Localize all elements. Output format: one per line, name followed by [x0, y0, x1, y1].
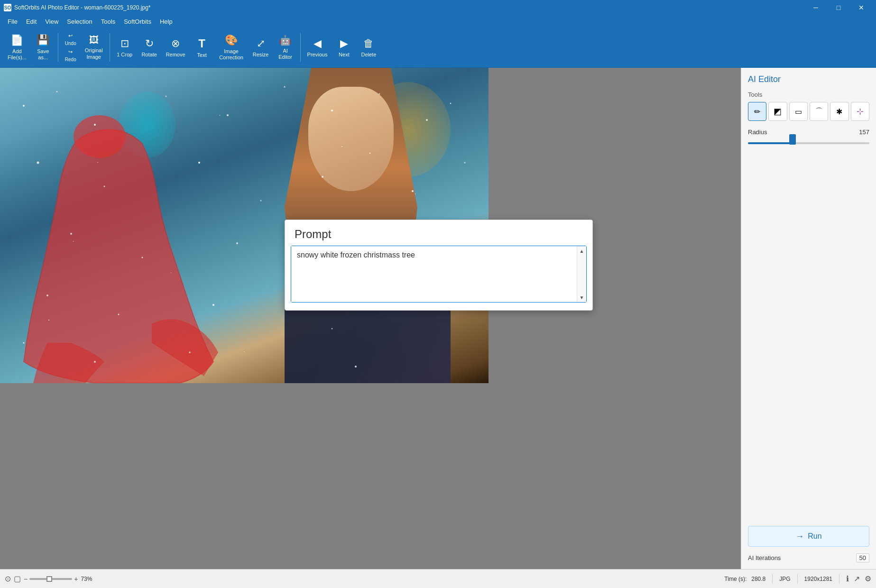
delete-button[interactable]: 🗑 Delete [357, 30, 380, 65]
undo-label: Undo [65, 41, 76, 46]
image-correction-label: ImageCorrection [219, 48, 243, 61]
prompt-scrollbar: ▲ ▼ [577, 246, 586, 302]
radius-slider-fill [748, 142, 791, 144]
statusbar: ⊙ ▢ − + 73% Time (s): 280.8 JPG 1920x128… [0, 569, 876, 588]
sep3 [300, 33, 301, 62]
canvas-area[interactable]: Prompt snowy white frozen christmass tre… [0, 68, 741, 569]
menu-help[interactable]: Help [156, 17, 176, 26]
undo-button[interactable]: ↩ Undo [61, 32, 80, 47]
menu-softorbits[interactable]: SoftOrbits [120, 17, 155, 26]
radius-row: Radius 157 [748, 129, 869, 136]
menu-selection[interactable]: Selection [63, 17, 96, 26]
status-sep2 [797, 574, 798, 584]
time-value: 280.8 [751, 576, 765, 582]
ai-panel: AI Editor Tools ✏ ◩ ▭ ⌒ ✱ [741, 68, 876, 569]
text-button[interactable]: T Text [190, 30, 214, 65]
run-label: Run [808, 532, 821, 541]
ai-iterations-row: AI Iterations 50 [748, 553, 869, 562]
ai-tool-brush[interactable]: ✏ [748, 102, 766, 121]
radius-slider-wrap[interactable] [748, 138, 869, 148]
svg-point-10 [450, 103, 452, 104]
lasso-icon: ⌒ [815, 107, 823, 117]
zoom-slider-thumb[interactable] [46, 576, 52, 582]
svg-point-14 [260, 200, 262, 202]
format-value: JPG [779, 576, 790, 582]
svg-point-27 [212, 304, 214, 306]
save-as-button[interactable]: 💾 Saveas... [31, 30, 55, 65]
redo-icon: ↪ [68, 49, 73, 55]
original-image-label: OriginalImage [85, 47, 103, 60]
eraser-icon: ◩ [774, 106, 782, 117]
ai-editor-icon: 🤖 [279, 35, 291, 46]
statusbar-left: ⊙ ▢ − + 73% [5, 574, 720, 583]
redo-label: Redo [65, 57, 76, 62]
svg-point-17 [412, 190, 414, 192]
ai-tool-pointer[interactable]: ✱ [830, 102, 848, 121]
resize-button[interactable]: ⤢ Resize [249, 30, 273, 65]
prompt-input[interactable]: snowy white frozen christmass tree [291, 246, 577, 302]
svg-point-11 [37, 162, 39, 164]
add-file-button[interactable]: 📄 AddFile(s)... [4, 30, 30, 65]
scroll-up-button[interactable]: ▲ [577, 246, 587, 256]
text-label: Text [197, 52, 207, 58]
titlebar-controls: ─ □ ✕ [805, 0, 872, 15]
svg-point-16 [369, 153, 371, 154]
main-layout: Prompt snowy white frozen christmass tre… [0, 68, 876, 569]
menu-edit[interactable]: Edit [22, 17, 40, 26]
svg-point-26 [118, 314, 120, 315]
ai-panel-title: AI Editor [748, 74, 869, 84]
radius-slider-thumb[interactable] [789, 134, 796, 145]
svg-point-15 [322, 176, 323, 178]
ai-tool-magic[interactable]: ⊹ [851, 102, 869, 121]
svg-point-5 [227, 114, 229, 116]
share-icon[interactable]: ↗ [854, 574, 860, 583]
previous-button[interactable]: ◀ Previous [304, 30, 332, 65]
ai-tool-lasso[interactable]: ⌒ [810, 102, 828, 121]
run-button[interactable]: → Run [748, 526, 869, 547]
zoom-fit-icon[interactable]: ⊙ [5, 574, 11, 583]
remove-button[interactable]: ⊗ Remove [162, 30, 189, 65]
zoom-slider-wrap[interactable] [29, 578, 72, 580]
image-correction-button[interactable]: 🎨 ImageCorrection [215, 30, 248, 65]
crop-button[interactable]: ⊡ 1 Crop [113, 30, 137, 65]
frame-icon[interactable]: ▢ [14, 574, 21, 583]
next-label: Next [339, 52, 350, 57]
settings-icon[interactable]: ⚙ [865, 574, 871, 583]
checkerboard-area [0, 550, 489, 569]
info-icon[interactable]: ℹ [846, 574, 849, 583]
crop-label: 1 Crop [117, 52, 132, 57]
menu-view[interactable]: View [41, 17, 62, 26]
ai-tool-eraser[interactable]: ◩ [768, 102, 787, 121]
rotate-button[interactable]: ↻ Rotate [138, 30, 161, 65]
ai-editor-button[interactable]: 🤖 AIEditor [274, 30, 297, 65]
ai-editor-label: AIEditor [278, 48, 292, 60]
prompt-popup: Prompt snowy white frozen christmass tre… [285, 220, 593, 311]
next-button[interactable]: ▶ Next [332, 30, 356, 65]
original-image-button[interactable]: 🖼 OriginalImage [81, 30, 107, 65]
svg-point-21 [236, 242, 238, 244]
maximize-button[interactable]: □ [828, 0, 849, 15]
menu-tools[interactable]: Tools [97, 17, 119, 26]
svg-point-6 [284, 86, 286, 88]
resize-icon: ⤢ [257, 37, 265, 50]
svg-point-25 [46, 294, 48, 296]
redo-button[interactable]: ↪ Redo [61, 48, 80, 63]
menu-file[interactable]: File [4, 17, 21, 26]
zoom-in-button[interactable]: + [74, 575, 78, 583]
delete-icon: 🗑 [363, 37, 374, 50]
ai-tools-label: Tools [748, 91, 869, 98]
spacer [748, 157, 869, 526]
zoom-control: − + [24, 575, 78, 583]
ai-iterations-label: AI Iterations [748, 554, 781, 561]
undo-icon: ↩ [68, 33, 73, 39]
zoom-out-button[interactable]: − [24, 575, 28, 583]
close-button[interactable]: ✕ [850, 0, 872, 15]
rectangle-icon: ▭ [795, 107, 802, 116]
brush-icon: ✏ [754, 107, 760, 116]
status-sep1 [772, 574, 773, 584]
ai-tool-rectangle[interactable]: ▭ [789, 102, 808, 121]
dimensions-value: 1920x1281 [804, 576, 832, 582]
minimize-button[interactable]: ─ [805, 0, 827, 15]
remove-label: Remove [166, 52, 185, 57]
scroll-down-button[interactable]: ▼ [577, 293, 587, 302]
